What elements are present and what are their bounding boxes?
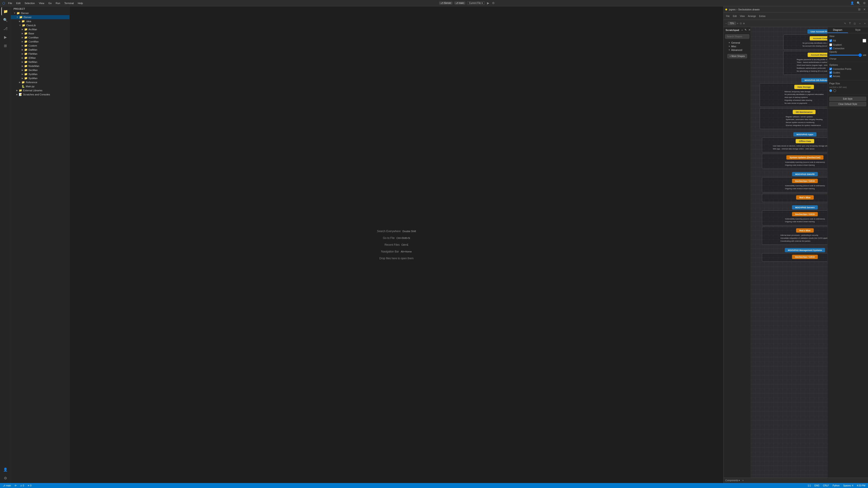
drawio-menu-extras[interactable]: Extras (758, 14, 767, 18)
toolbar-shape[interactable]: ◻ (852, 22, 857, 25)
scratchpad-section-advanced[interactable]: ▼ Advanced (725, 48, 749, 52)
menu-run[interactable]: Run (54, 1, 62, 5)
menu-help[interactable]: Help (76, 1, 84, 5)
drawio-menu-arrange[interactable]: Arrange (747, 14, 757, 18)
label-offline-data[interactable]: Offline Data (796, 139, 814, 143)
label-moovpad-swapb[interactable]: MOOVPAD SWAPB (792, 172, 818, 176)
sidebar-item-iserver[interactable]: ▼📁 IServer (11, 15, 69, 19)
more-shapes-button[interactable]: + More Shapes (727, 54, 747, 58)
label-moovpad-management[interactable]: MOOVPAD Management Systems (785, 248, 825, 252)
debug-icon[interactable]: ⚙ (492, 1, 495, 5)
label-red-blue-1[interactable]: Red v Blue (796, 195, 813, 200)
git-repo[interactable]: ⎇ IServer (439, 2, 453, 4)
sidebar-item-idman[interactable]: ▶📁 IDMan (11, 56, 69, 60)
sidebar-item-base[interactable]: ▶📁 Base (11, 31, 69, 35)
scratchpad-section-general[interactable]: ▼ General (725, 41, 749, 44)
add-component-icon[interactable]: + (742, 479, 744, 483)
status-encoding[interactable]: ENG (814, 484, 819, 487)
menu-terminal[interactable]: Terminal (63, 1, 75, 5)
git-branch[interactable]: ⎇ main (454, 2, 465, 4)
fill-checkbox[interactable] (829, 39, 832, 42)
activity-settings[interactable]: ⚙ (1, 474, 9, 482)
label-devsecops-1[interactable]: DevSecOps / CI/CD (792, 179, 818, 183)
guides-checkbox[interactable] (829, 71, 832, 74)
zoom-input[interactable] (728, 22, 736, 25)
menu-file[interactable]: File (7, 1, 13, 5)
drawio-menu-file[interactable]: File (725, 14, 731, 18)
scratchpad-add-icon[interactable]: + (741, 28, 743, 32)
scratchpad-section-misc[interactable]: ▼ Misc (725, 44, 749, 48)
settings-icon[interactable]: ⚙ (863, 1, 866, 5)
sidebar-item-ext-libs[interactable]: ▶📁 External Libraries (11, 88, 69, 92)
zoom-out-icon[interactable]: − (725, 22, 727, 26)
status-warnings[interactable]: ⚠ 0 (20, 484, 24, 487)
menu-selection[interactable]: Selection (23, 1, 36, 5)
activity-debug[interactable]: ▶ (1, 33, 9, 41)
sidebar-item-mainpy[interactable]: ▶🐍 Main.py (11, 84, 69, 88)
label-data-storage[interactable]: Data Storage (794, 85, 814, 89)
zoom-in-icon[interactable]: + (736, 22, 739, 26)
fill-color[interactable] (863, 39, 866, 42)
scratchpad-search-input[interactable] (725, 34, 749, 39)
sidebar-item-iserver-root[interactable]: ▼📁 IServer (11, 11, 69, 15)
label-moovpad-apps[interactable]: MOOVPAD Apps (794, 132, 816, 136)
zoom-reset-icon[interactable]: ⊕ (743, 22, 745, 25)
sidebar-item-comman2[interactable]: ▶📁 ComMan (11, 39, 69, 44)
opacity-slider[interactable] (829, 55, 862, 56)
label-moovpad-db[interactable]: MOOVPAD DB Policies (801, 78, 827, 82)
label-system-updates[interactable]: System Updates (DevSecCon) (786, 155, 824, 160)
label-moovpad-servers[interactable]: MOOVPAD Servers (792, 205, 818, 209)
change-button[interactable]: Change (829, 58, 837, 60)
sidebar-item-reference[interactable]: ▶📁 Reference (11, 80, 69, 84)
page-landscape-radio[interactable] (833, 89, 836, 92)
welcome-search[interactable]: Search Everywhere Double Shift (377, 230, 416, 233)
label-red-blue-2[interactable]: Red v Blue (796, 228, 813, 233)
activity-extensions[interactable]: ⊞ (1, 41, 9, 50)
activity-git[interactable]: ⎇ (1, 24, 9, 33)
toolbar-connect[interactable]: ↔ (858, 22, 862, 25)
welcome-nav-bar[interactable]: Navigation Bar Alt+Home (381, 250, 412, 253)
label-account-maintenance[interactable]: Account Maintenance (808, 53, 827, 57)
sidebar-item-classlib[interactable]: ▼📁 ClassLib (11, 23, 69, 27)
breadcrumb-filename[interactable]: Seclsolution.drawio (738, 8, 760, 11)
gradient-checkbox[interactable] (829, 43, 832, 46)
status-errors[interactable]: ✕ 0 (28, 484, 31, 487)
activity-search[interactable]: 🔍 (1, 16, 9, 24)
welcome-goto-file[interactable]: Go to File Ctrl+Shift+N (383, 236, 410, 239)
status-line-ending[interactable]: CRLF (823, 484, 829, 487)
clear-default-style-button[interactable]: Clear Default Style (829, 102, 866, 106)
sidebar-item-custom[interactable]: ▶📁 Custom (11, 44, 69, 48)
menu-view[interactable]: View (37, 1, 46, 5)
page-portrait-radio[interactable] (829, 89, 832, 92)
components-tab[interactable]: Components ▾ (725, 479, 740, 482)
connection-checkbox[interactable] (829, 47, 832, 50)
sidebar-item-datman[interactable]: ▶📁 DatMan (11, 48, 69, 52)
label-devsecops-2[interactable]: DevSecOps / CI/CD (792, 212, 818, 216)
status-language[interactable]: Python (833, 484, 839, 487)
sidebar-item-sysman1[interactable]: ▶📁 SysMan (11, 72, 69, 76)
toolbar-pointer[interactable]: ↖ (843, 22, 847, 25)
current-file[interactable]: Current File ▾ (467, 1, 485, 5)
label-db-maintenance[interactable]: DB Maintenance (793, 110, 816, 114)
status-branch[interactable]: ⎇ main (3, 484, 11, 487)
status-spaces[interactable]: Spaces: 4 (843, 484, 853, 487)
account-icon[interactable]: 👤 (850, 1, 855, 5)
sidebar-item-sysman2[interactable]: ▶📁 SysMan (11, 76, 69, 80)
scratchpad-edit-icon[interactable]: ✎ (744, 28, 747, 32)
sidebar-item-nodeman[interactable]: ▶📁 NodeMan (11, 64, 69, 68)
toolbar-text[interactable]: T (848, 22, 852, 25)
tab-style[interactable]: Style (848, 27, 868, 33)
activity-accounts[interactable]: 👤 (1, 465, 9, 474)
welcome-recent[interactable]: Recent Files Ctrl+E (384, 243, 409, 247)
split-editor-icon[interactable]: ⊞ (858, 7, 861, 11)
sidebar-item-scratches[interactable]: ▶📝 Scratches and Consoles (11, 92, 69, 97)
label-account-creation[interactable]: Account Creation (810, 36, 827, 40)
sidebar-item-arcman[interactable]: ▶📁 ArcMan (11, 27, 69, 31)
sidebar-item-secman[interactable]: ▶📁 SecMan (11, 68, 69, 72)
menu-edit[interactable]: Edit (15, 1, 22, 5)
search-icon[interactable]: 🔍 (856, 1, 861, 5)
menu-go[interactable]: Go (47, 1, 53, 5)
sidebar-item-comman1[interactable]: ▶📁 ComMan (11, 35, 69, 39)
toolbar-plus[interactable]: + (863, 22, 867, 25)
tab-diagram[interactable]: Diagram (828, 27, 848, 33)
